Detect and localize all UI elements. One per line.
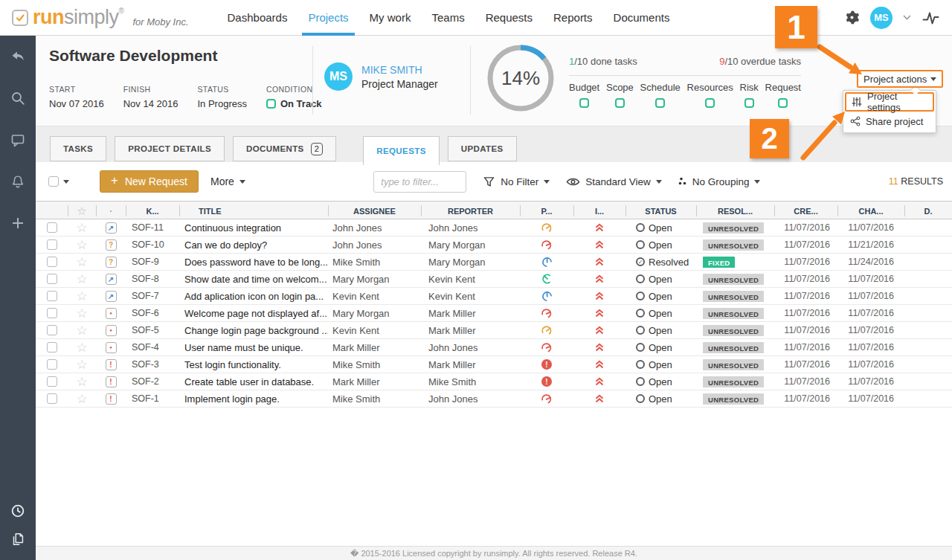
request-title[interactable]: Create table user in database. <box>179 376 328 387</box>
history-clock-icon[interactable] <box>9 502 27 520</box>
row-checkbox[interactable] <box>47 376 57 387</box>
request-title[interactable]: Change login page background ... <box>179 325 328 336</box>
row-checkbox[interactable] <box>47 325 57 335</box>
header-key[interactable]: K... <box>126 202 179 220</box>
documents-copy-icon[interactable] <box>9 530 27 548</box>
notifications-bell-icon[interactable] <box>9 173 27 190</box>
star-icon[interactable]: ☆ <box>76 376 87 388</box>
header-created[interactable]: CRE... <box>774 202 837 220</box>
request-key[interactable]: SOF-1 <box>126 393 179 404</box>
request-key[interactable]: SOF-11 <box>126 222 179 233</box>
menu-item-project-settings[interactable]: Project settings <box>845 92 934 112</box>
back-arrow-icon[interactable] <box>9 48 27 65</box>
table-row[interactable]: ☆ ? SOF-9 Does password have to be long.… <box>36 254 952 271</box>
request-key[interactable]: SOF-2 <box>126 376 179 387</box>
health-risk[interactable]: Risk <box>740 82 759 108</box>
health-budget[interactable]: Budget <box>569 82 599 108</box>
star-icon[interactable]: ☆ <box>76 393 87 405</box>
nav-projects[interactable]: Projects <box>298 0 358 35</box>
request-key[interactable]: SOF-4 <box>126 342 179 353</box>
health-schedule[interactable]: Schedule <box>640 82 681 108</box>
table-row[interactable]: ☆ ● SOF-5 Change login page background .… <box>36 322 952 339</box>
row-checkbox[interactable] <box>47 342 57 353</box>
table-row[interactable]: ☆ ● SOF-6 Welcome page not displayed af.… <box>36 305 952 322</box>
user-avatar[interactable]: MS <box>870 7 892 29</box>
header-resolution[interactable]: RESOL... <box>696 202 774 220</box>
request-title[interactable]: User name must be unique. <box>179 342 328 353</box>
star-icon[interactable]: ☆ <box>76 256 87 268</box>
tab-requests[interactable]: REQUESTS <box>363 136 439 165</box>
request-title[interactable]: Implement login page. <box>179 393 328 405</box>
request-title[interactable]: Can we do deploy? <box>179 239 328 251</box>
manager-name[interactable]: MIKE SMITH <box>361 64 438 76</box>
header-priority[interactable]: P... <box>520 202 573 220</box>
request-title[interactable]: Continuous integration <box>179 222 328 234</box>
add-plus-icon[interactable] <box>9 214 27 232</box>
nav-teams[interactable]: Teams <box>421 0 475 35</box>
table-row[interactable]: ☆ ? SOF-10 Can we do deploy? John Jones … <box>36 236 952 254</box>
table-row[interactable]: ☆ ↗ SOF-7 Add aplication icon on login p… <box>36 288 952 305</box>
request-key[interactable]: SOF-7 <box>126 291 179 301</box>
new-request-button[interactable]: + New Request <box>100 170 199 193</box>
nav-requests[interactable]: Requests <box>475 0 543 35</box>
star-icon[interactable]: ☆ <box>76 222 87 234</box>
nav-documents[interactable]: Documents <box>603 0 681 35</box>
header-star[interactable]: ☆ <box>68 202 96 220</box>
request-title[interactable]: Does password have to be long... <box>179 257 328 268</box>
menu-item-share-project[interactable]: Share project <box>845 112 934 131</box>
row-checkbox[interactable] <box>47 222 57 233</box>
star-icon[interactable]: ☆ <box>76 290 87 303</box>
table-row[interactable]: ☆ ! SOF-2 Create table user in database.… <box>36 373 952 390</box>
header-impact[interactable]: I... <box>573 202 625 220</box>
request-key[interactable]: SOF-10 <box>126 239 179 250</box>
table-row[interactable]: ☆ ↗ SOF-8 Show date and time on welcom..… <box>36 271 952 288</box>
header-changed[interactable]: CHA... <box>837 202 904 220</box>
row-checkbox[interactable] <box>47 239 57 250</box>
star-icon[interactable]: ☆ <box>76 341 87 354</box>
tab-tasks[interactable]: TASKS <box>50 136 106 161</box>
header-title[interactable]: TITLE <box>179 202 328 220</box>
selection-caret-icon[interactable] <box>63 180 69 184</box>
table-row[interactable]: ☆ ! SOF-1 Implement login page. Mike Smi… <box>36 390 952 408</box>
request-key[interactable]: SOF-3 <box>126 359 179 370</box>
grouping-dropdown[interactable]: No Grouping <box>678 176 761 187</box>
star-icon[interactable]: ☆ <box>76 307 87 320</box>
request-key[interactable]: SOF-5 <box>126 325 179 335</box>
nav-my-work[interactable]: My work <box>359 0 422 35</box>
tab-documents[interactable]: DOCUMENTS2 <box>233 136 336 161</box>
header-type[interactable] <box>96 202 126 220</box>
row-checkbox[interactable] <box>47 393 57 404</box>
search-icon[interactable] <box>9 89 27 107</box>
tab-project-details[interactable]: PROJECT DETAILS <box>115 136 225 161</box>
row-checkbox[interactable] <box>47 274 57 284</box>
project-actions-button[interactable]: Project actions <box>857 70 943 88</box>
star-icon[interactable]: ☆ <box>76 324 87 337</box>
filter-input[interactable] <box>373 171 466 193</box>
health-scope[interactable]: Scope <box>606 82 634 108</box>
settings-gear-icon[interactable] <box>844 10 860 25</box>
table-row[interactable]: ☆ ● SOF-4 User name must be unique. Mark… <box>36 339 952 356</box>
request-key[interactable]: SOF-6 <box>126 308 179 318</box>
user-menu-chevron-icon[interactable] <box>903 15 911 20</box>
table-row[interactable]: ☆ ! SOF-3 Test login functionality. Mike… <box>36 356 952 373</box>
request-key[interactable]: SOF-8 <box>126 274 179 284</box>
app-logo[interactable]: runsimply® <box>12 7 123 28</box>
star-icon[interactable]: ☆ <box>76 239 87 251</box>
health-resources[interactable]: Resources <box>687 82 733 108</box>
star-icon[interactable]: ☆ <box>76 358 87 371</box>
row-checkbox[interactable] <box>47 359 57 370</box>
health-request[interactable]: Request <box>765 82 801 108</box>
header-d[interactable]: D. <box>904 202 952 220</box>
request-key[interactable]: SOF-9 <box>126 257 179 267</box>
row-checkbox[interactable] <box>47 257 57 267</box>
table-row[interactable]: ☆ ↗ SOF-11 Continuous integration John J… <box>36 219 952 236</box>
tab-updates[interactable]: UPDATES <box>448 136 517 161</box>
star-icon[interactable]: ☆ <box>76 273 87 286</box>
header-assignee[interactable]: ASSIGNEE <box>328 202 421 220</box>
chat-icon[interactable] <box>9 131 27 149</box>
filter-dropdown[interactable]: No Filter <box>483 176 550 188</box>
header-reporter[interactable]: REPORTER <box>421 202 520 220</box>
request-title[interactable]: Show date and time on welcom... <box>179 274 328 285</box>
manager-avatar[interactable]: MS <box>324 62 353 91</box>
row-checkbox[interactable] <box>47 291 57 301</box>
